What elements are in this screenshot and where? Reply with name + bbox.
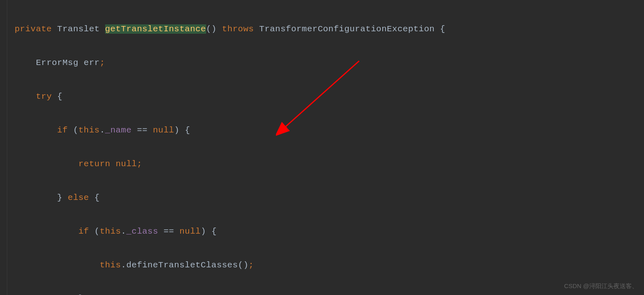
code-line: } bbox=[0, 290, 644, 295]
keyword-null: null bbox=[179, 227, 200, 236]
brace: { bbox=[185, 126, 190, 135]
keyword-private: private bbox=[15, 24, 52, 34]
brace: } bbox=[57, 193, 62, 202]
brace: { bbox=[440, 24, 445, 34]
keyword-null: null bbox=[153, 126, 174, 135]
type-errormsg: ErrorMsg bbox=[36, 58, 78, 67]
code-line: if (this._name == null) { bbox=[0, 122, 644, 139]
keyword-throws: throws bbox=[222, 24, 254, 34]
method-call: defineTransletClasses bbox=[126, 260, 238, 270]
code-line: this.defineTransletClasses(); bbox=[0, 257, 644, 274]
dot: . bbox=[121, 260, 126, 270]
keyword-this: this bbox=[100, 227, 121, 236]
dot: . bbox=[121, 227, 126, 236]
semi: ; bbox=[100, 58, 105, 67]
parens: () bbox=[238, 260, 248, 270]
keyword-if: if bbox=[78, 227, 89, 236]
operator: == bbox=[164, 227, 174, 236]
brace: { bbox=[211, 227, 217, 236]
keyword-this: this bbox=[78, 126, 99, 135]
paren: ( bbox=[73, 126, 78, 135]
field-class: _class bbox=[126, 227, 158, 236]
type-translet: Translet bbox=[57, 24, 100, 34]
brace: { bbox=[57, 92, 62, 101]
semi: ; bbox=[137, 159, 142, 169]
semi: ; bbox=[249, 260, 254, 270]
keyword-return: return null bbox=[78, 159, 137, 169]
code-editor[interactable]: private Translet getTransletInstance() t… bbox=[0, 0, 644, 295]
paren: ) bbox=[174, 126, 179, 135]
parens: () bbox=[206, 24, 217, 34]
keyword-if: if bbox=[57, 126, 68, 135]
code-line: return null; bbox=[0, 156, 644, 173]
dot: . bbox=[100, 126, 105, 135]
method-name: getTransletInstance bbox=[105, 24, 206, 34]
keyword-try: try bbox=[36, 92, 52, 101]
var-err: err bbox=[84, 58, 99, 67]
field-name: _name bbox=[105, 126, 132, 135]
paren: ( bbox=[95, 227, 100, 236]
paren: ) bbox=[201, 227, 206, 236]
code-line: if (this._class == null) { bbox=[0, 223, 644, 240]
code-line: try { bbox=[0, 88, 644, 105]
code-line: ErrorMsg err; bbox=[0, 54, 644, 72]
brace: { bbox=[95, 193, 100, 202]
watermark-text: CSDN @浔阳江头夜送客、 bbox=[564, 280, 638, 292]
editor-gutter bbox=[0, 0, 7, 295]
exception-type: TransformerConfigurationException bbox=[259, 24, 435, 34]
code-line: private Translet getTransletInstance() t… bbox=[0, 21, 644, 38]
operator: == bbox=[137, 126, 147, 135]
code-line: } else { bbox=[0, 189, 644, 206]
keyword-this: this bbox=[100, 260, 121, 270]
keyword-else: else bbox=[68, 193, 89, 202]
